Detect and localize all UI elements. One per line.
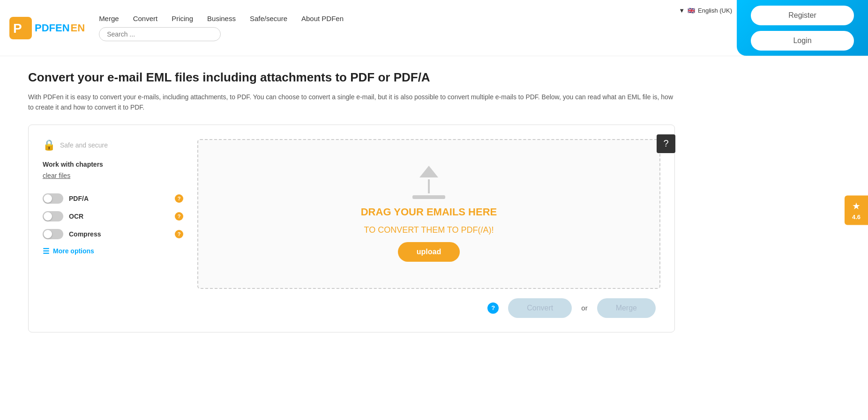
option-row-pdfa: PDF/A ? <box>43 193 183 204</box>
pdfa-toggle-thumb <box>44 194 52 203</box>
convert-button[interactable]: Convert <box>508 298 572 318</box>
more-options-label: More options <box>53 247 94 255</box>
left-panel: 🔒 Safe and secure Work with chapters cle… <box>43 139 183 289</box>
language-label: English (UK) <box>698 7 732 14</box>
compress-toggle-thumb <box>44 230 52 238</box>
logo-text-en: EN <box>71 22 85 34</box>
nav-merge[interactable]: Merge <box>99 15 119 22</box>
logo-text: PDFEN <box>35 22 70 34</box>
nav-convert[interactable]: Convert <box>133 15 158 22</box>
help-float-button[interactable]: ? <box>657 134 675 153</box>
pdfa-toggle-track <box>43 193 63 204</box>
chevron-down-icon: ▼ <box>679 7 685 14</box>
main-content: Convert your e-mail EML files including … <box>0 56 703 346</box>
page-description: With PDFen it is easy to convert your e-… <box>28 92 675 113</box>
lock-icon: 🔒 <box>43 139 55 151</box>
logo-icon: P <box>9 17 32 39</box>
flag-icon: 🇬🇧 <box>688 7 695 14</box>
drag-text: DRAG YOUR EMAILS HERE <box>361 206 497 218</box>
compress-toggle[interactable] <box>43 229 63 239</box>
ocr-toggle[interactable] <box>43 211 63 221</box>
search-input[interactable] <box>99 27 221 41</box>
option-row-ocr: OCR ? <box>43 211 183 221</box>
pdfa-help-icon[interactable]: ? <box>175 194 183 203</box>
header: P PDFEN EN Merge Convert Pricing Busines… <box>0 0 868 56</box>
upload-arrow-head <box>419 166 438 177</box>
language-selector[interactable]: ▼ 🇬🇧 English (UK) <box>679 7 732 14</box>
rating-value: 4.6 <box>852 213 861 220</box>
upload-icon-container <box>412 166 445 199</box>
logo-area[interactable]: P PDFEN EN <box>9 17 85 39</box>
upload-platform <box>412 195 445 199</box>
header-right: Register Login <box>737 0 868 56</box>
compress-toggle-track <box>43 229 63 239</box>
ocr-label: OCR <box>69 213 169 220</box>
nav-business[interactable]: Business <box>207 15 236 22</box>
option-row-compress: Compress ? <box>43 229 183 239</box>
safe-secure-row: 🔒 Safe and secure <box>43 139 183 151</box>
pdfa-toggle[interactable] <box>43 193 63 204</box>
bottom-bar: ? Convert or Merge <box>43 298 660 318</box>
page-title: Convert your e-mail EML files including … <box>28 70 675 85</box>
more-options-row[interactable]: ☰ More options <box>43 247 183 256</box>
convert-sub-text: TO CONVERT THEM TO PDF(/A)! <box>364 225 494 235</box>
or-text: or <box>581 304 587 312</box>
hamburger-icon: ☰ <box>43 247 49 256</box>
pdfa-label: PDF/A <box>69 195 169 202</box>
work-with-chapters-label: Work with chapters <box>43 161 183 168</box>
login-button[interactable]: Login <box>751 31 854 51</box>
nav-about[interactable]: About PDFen <box>301 15 344 22</box>
register-button[interactable]: Register <box>751 6 854 25</box>
clear-files-link[interactable]: clear files <box>43 172 70 179</box>
star-icon: ★ <box>852 200 861 211</box>
ocr-toggle-thumb <box>44 212 52 221</box>
safe-secure-label: Safe and secure <box>60 141 108 149</box>
compress-help-icon[interactable]: ? <box>175 230 183 238</box>
svg-text:P: P <box>13 21 22 36</box>
bottom-help-icon[interactable]: ? <box>487 302 499 314</box>
ocr-help-icon[interactable]: ? <box>175 212 183 221</box>
tool-container: ? 🔒 Safe and secure Work with chapters c… <box>28 125 675 332</box>
upload-button[interactable]: upload <box>398 242 460 262</box>
nav-top: Merge Convert Pricing Business Safe/secu… <box>99 15 344 22</box>
rating-widget[interactable]: ★ 4.6 <box>845 195 868 225</box>
ocr-toggle-track <box>43 211 63 221</box>
compress-label: Compress <box>69 230 169 238</box>
upload-arrow-shaft <box>428 179 430 193</box>
drop-zone[interactable]: DRAG YOUR EMAILS HERE TO CONVERT THEM TO… <box>197 139 660 289</box>
tool-inner: 🔒 Safe and secure Work with chapters cle… <box>43 139 660 289</box>
nav-pricing[interactable]: Pricing <box>172 15 193 22</box>
nav-safe-secure[interactable]: Safe/secure <box>250 15 287 22</box>
merge-button[interactable]: Merge <box>597 298 656 318</box>
